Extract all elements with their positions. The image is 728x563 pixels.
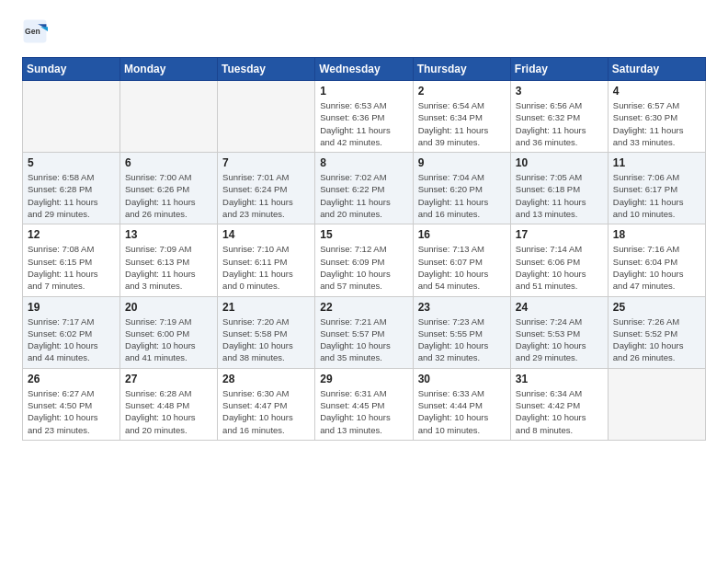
day-number: 6 — [125, 156, 212, 169]
day-info: Sunrise: 6:54 AM Sunset: 6:34 PM Dayligh… — [418, 99, 506, 148]
day-number: 14 — [222, 228, 310, 241]
calendar-cell: 29Sunrise: 6:31 AM Sunset: 4:45 PM Dayli… — [315, 368, 413, 440]
day-number: 21 — [222, 301, 310, 314]
calendar-week-row: 5Sunrise: 6:58 AM Sunset: 6:28 PM Daylig… — [23, 153, 706, 224]
weekday-header-thursday: Thursday — [413, 58, 510, 81]
calendar-cell: 5Sunrise: 6:58 AM Sunset: 6:28 PM Daylig… — [23, 153, 120, 224]
calendar-cell: 3Sunrise: 6:56 AM Sunset: 6:32 PM Daylig… — [510, 81, 608, 153]
calendar-cell: 14Sunrise: 7:10 AM Sunset: 6:11 PM Dayli… — [218, 224, 315, 296]
calendar-cell: 26Sunrise: 6:27 AM Sunset: 4:50 PM Dayli… — [23, 368, 120, 440]
calendar-cell: 28Sunrise: 6:30 AM Sunset: 4:47 PM Dayli… — [218, 368, 315, 440]
day-number: 3 — [516, 85, 603, 98]
day-info: Sunrise: 6:27 AM Sunset: 4:50 PM Dayligh… — [28, 387, 115, 436]
day-info: Sunrise: 7:08 AM Sunset: 6:15 PM Dayligh… — [28, 243, 115, 292]
day-number: 23 — [418, 301, 506, 314]
page: Gen SundayMondayTuesdayWednesdayThursday… — [0, 0, 728, 455]
calendar-cell: 10Sunrise: 7:05 AM Sunset: 6:18 PM Dayli… — [510, 153, 608, 224]
logo-icon: Gen — [22, 18, 48, 44]
calendar-cell: 9Sunrise: 7:04 AM Sunset: 6:20 PM Daylig… — [413, 153, 510, 224]
calendar-cell: 12Sunrise: 7:08 AM Sunset: 6:15 PM Dayli… — [23, 224, 120, 296]
svg-text:Gen: Gen — [25, 27, 40, 36]
day-info: Sunrise: 7:13 AM Sunset: 6:07 PM Dayligh… — [418, 243, 506, 292]
day-info: Sunrise: 6:57 AM Sunset: 6:30 PM Dayligh… — [613, 99, 700, 148]
calendar-cell — [23, 81, 120, 153]
day-number: 29 — [320, 373, 407, 385]
calendar-cell: 24Sunrise: 7:24 AM Sunset: 5:53 PM Dayli… — [510, 296, 608, 368]
day-info: Sunrise: 6:58 AM Sunset: 6:28 PM Dayligh… — [28, 171, 115, 220]
day-number: 18 — [613, 228, 700, 241]
calendar-cell: 2Sunrise: 6:54 AM Sunset: 6:34 PM Daylig… — [413, 81, 510, 153]
day-number: 24 — [516, 301, 603, 314]
calendar-week-row: 1Sunrise: 6:53 AM Sunset: 6:36 PM Daylig… — [23, 81, 706, 153]
calendar-cell: 27Sunrise: 6:28 AM Sunset: 4:48 PM Dayli… — [120, 368, 218, 440]
calendar-cell — [120, 81, 218, 153]
calendar-cell: 31Sunrise: 6:34 AM Sunset: 4:42 PM Dayli… — [510, 368, 608, 440]
calendar-cell: 20Sunrise: 7:19 AM Sunset: 6:00 PM Dayli… — [120, 296, 218, 368]
day-info: Sunrise: 7:24 AM Sunset: 5:53 PM Dayligh… — [516, 316, 603, 364]
day-info: Sunrise: 7:06 AM Sunset: 6:17 PM Dayligh… — [613, 171, 700, 220]
calendar-cell: 7Sunrise: 7:01 AM Sunset: 6:24 PM Daylig… — [218, 153, 315, 224]
calendar-cell: 1Sunrise: 6:53 AM Sunset: 6:36 PM Daylig… — [315, 81, 413, 153]
day-info: Sunrise: 6:28 AM Sunset: 4:48 PM Dayligh… — [125, 387, 212, 436]
weekday-header-saturday: Saturday — [608, 58, 705, 81]
day-number: 19 — [28, 301, 115, 314]
day-number: 1 — [320, 85, 407, 98]
calendar-cell — [608, 368, 705, 440]
day-number: 2 — [418, 85, 506, 98]
calendar-cell: 17Sunrise: 7:14 AM Sunset: 6:06 PM Dayli… — [510, 224, 608, 296]
day-info: Sunrise: 7:10 AM Sunset: 6:11 PM Dayligh… — [222, 243, 310, 292]
calendar-cell: 21Sunrise: 7:20 AM Sunset: 5:58 PM Dayli… — [218, 296, 315, 368]
day-number: 30 — [418, 373, 506, 385]
calendar-cell: 8Sunrise: 7:02 AM Sunset: 6:22 PM Daylig… — [315, 153, 413, 224]
calendar-cell: 19Sunrise: 7:17 AM Sunset: 6:02 PM Dayli… — [23, 296, 120, 368]
weekday-header-tuesday: Tuesday — [218, 58, 315, 81]
day-number: 12 — [28, 228, 115, 241]
calendar-cell: 6Sunrise: 7:00 AM Sunset: 6:26 PM Daylig… — [120, 153, 218, 224]
day-number: 4 — [613, 85, 700, 98]
day-number: 20 — [125, 301, 212, 314]
day-info: Sunrise: 6:34 AM Sunset: 4:42 PM Dayligh… — [516, 387, 603, 436]
calendar-cell: 11Sunrise: 7:06 AM Sunset: 6:17 PM Dayli… — [608, 153, 705, 224]
calendar-cell: 25Sunrise: 7:26 AM Sunset: 5:52 PM Dayli… — [608, 296, 705, 368]
weekday-header-friday: Friday — [510, 58, 608, 81]
calendar-cell: 30Sunrise: 6:33 AM Sunset: 4:44 PM Dayli… — [413, 368, 510, 440]
day-info: Sunrise: 7:05 AM Sunset: 6:18 PM Dayligh… — [516, 171, 603, 220]
day-info: Sunrise: 7:17 AM Sunset: 6:02 PM Dayligh… — [28, 316, 115, 364]
day-number: 13 — [125, 228, 212, 241]
day-info: Sunrise: 6:53 AM Sunset: 6:36 PM Dayligh… — [320, 99, 407, 148]
calendar-cell: 18Sunrise: 7:16 AM Sunset: 6:04 PM Dayli… — [608, 224, 705, 296]
weekday-header-wednesday: Wednesday — [315, 58, 413, 81]
calendar-table: SundayMondayTuesdayWednesdayThursdayFrid… — [22, 57, 706, 441]
day-info: Sunrise: 7:00 AM Sunset: 6:26 PM Dayligh… — [125, 171, 212, 220]
day-info: Sunrise: 7:16 AM Sunset: 6:04 PM Dayligh… — [613, 243, 700, 292]
calendar-week-row: 19Sunrise: 7:17 AM Sunset: 6:02 PM Dayli… — [23, 296, 706, 368]
day-info: Sunrise: 6:56 AM Sunset: 6:32 PM Dayligh… — [516, 99, 603, 148]
day-number: 31 — [516, 373, 603, 385]
weekday-header-sunday: Sunday — [23, 58, 120, 81]
day-info: Sunrise: 7:14 AM Sunset: 6:06 PM Dayligh… — [516, 243, 603, 292]
day-info: Sunrise: 7:21 AM Sunset: 5:57 PM Dayligh… — [320, 316, 407, 364]
weekday-header-monday: Monday — [120, 58, 218, 81]
day-number: 28 — [222, 373, 310, 385]
day-number: 9 — [418, 156, 506, 169]
day-number: 7 — [222, 156, 310, 169]
day-info: Sunrise: 7:19 AM Sunset: 6:00 PM Dayligh… — [125, 316, 212, 364]
calendar-cell — [218, 81, 315, 153]
calendar-week-row: 12Sunrise: 7:08 AM Sunset: 6:15 PM Dayli… — [23, 224, 706, 296]
day-number: 8 — [320, 156, 407, 169]
calendar-week-row: 26Sunrise: 6:27 AM Sunset: 4:50 PM Dayli… — [23, 368, 706, 440]
day-number: 22 — [320, 301, 407, 314]
day-info: Sunrise: 7:20 AM Sunset: 5:58 PM Dayligh… — [222, 316, 310, 364]
day-info: Sunrise: 6:33 AM Sunset: 4:44 PM Dayligh… — [418, 387, 506, 436]
day-number: 10 — [516, 156, 603, 169]
day-info: Sunrise: 7:12 AM Sunset: 6:09 PM Dayligh… — [320, 243, 407, 292]
calendar-cell: 16Sunrise: 7:13 AM Sunset: 6:07 PM Dayli… — [413, 224, 510, 296]
calendar-cell: 15Sunrise: 7:12 AM Sunset: 6:09 PM Dayli… — [315, 224, 413, 296]
day-info: Sunrise: 6:31 AM Sunset: 4:45 PM Dayligh… — [320, 387, 407, 436]
calendar-cell: 22Sunrise: 7:21 AM Sunset: 5:57 PM Dayli… — [315, 296, 413, 368]
day-number: 25 — [613, 301, 700, 314]
day-number: 26 — [28, 373, 115, 385]
calendar-cell: 4Sunrise: 6:57 AM Sunset: 6:30 PM Daylig… — [608, 81, 705, 153]
day-number: 16 — [418, 228, 506, 241]
day-info: Sunrise: 7:04 AM Sunset: 6:20 PM Dayligh… — [418, 171, 506, 220]
